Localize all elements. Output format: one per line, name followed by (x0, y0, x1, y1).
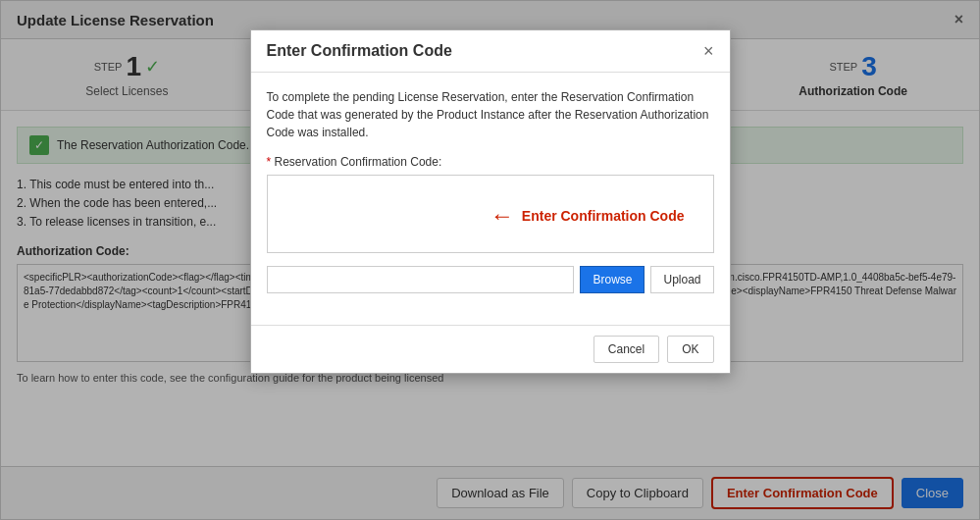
reservation-code-label: Reservation Confirmation Code: (267, 155, 714, 169)
file-input (267, 266, 575, 293)
confirmation-code-textarea[interactable] (267, 175, 714, 253)
browse-button[interactable]: Browse (580, 266, 645, 293)
cancel-button[interactable]: Cancel (593, 336, 659, 363)
modal-header: Enter Confirmation Code × (251, 30, 730, 73)
file-row: Browse Upload (267, 266, 714, 293)
main-panel: Update License Reservation × STEP 1 ✓ Se… (0, 0, 980, 520)
modal-title: Enter Confirmation Code (267, 42, 452, 60)
textarea-wrapper: ← Enter Confirmation Code (267, 175, 714, 256)
modal-body: To complete the pending License Reservat… (251, 73, 730, 325)
modal-overlay: Enter Confirmation Code × To complete th… (0, 0, 980, 520)
enter-confirmation-modal: Enter Confirmation Code × To complete th… (250, 29, 731, 374)
ok-button[interactable]: OK (667, 336, 713, 363)
upload-button[interactable]: Upload (650, 266, 713, 293)
modal-close-button[interactable]: × (703, 42, 714, 60)
modal-description: To complete the pending License Reservat… (267, 88, 714, 141)
modal-footer: Cancel OK (251, 325, 730, 373)
